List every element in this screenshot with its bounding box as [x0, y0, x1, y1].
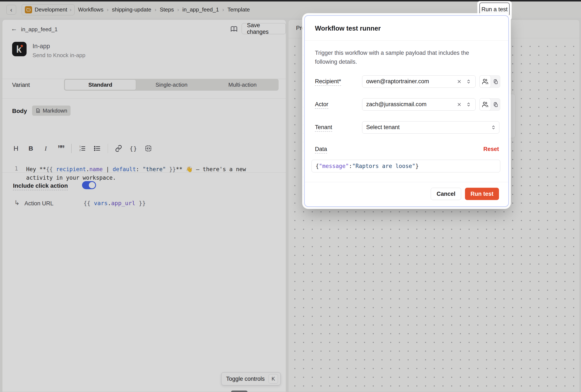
tenant-select[interactable]: Select tenant: [362, 121, 500, 134]
actor-label: Actor: [315, 101, 362, 108]
tenant-row: Tenant Select tenant: [315, 121, 499, 134]
run-a-test-button[interactable]: Run a test: [480, 2, 510, 16]
clear-actor-button[interactable]: [456, 101, 462, 108]
run-test-label: Run test: [470, 191, 494, 197]
actor-user-mode-button[interactable]: [480, 98, 491, 111]
actor-select-stepper[interactable]: [465, 101, 472, 108]
copy-icon: [492, 78, 498, 84]
reset-data-link[interactable]: Reset: [483, 146, 499, 152]
actor-mode-group: [480, 98, 500, 111]
workflow-test-runner-modal: Workflow test runner Trigger this workfl…: [304, 15, 509, 207]
tenant-select-value: Select tenant: [366, 124, 400, 131]
actor-json-mode-button[interactable]: [491, 98, 500, 110]
users-icon: [482, 78, 488, 85]
modal-title: Workflow test runner: [315, 25, 498, 32]
run-test-button[interactable]: Run test: [465, 188, 499, 200]
actor-row: Actor: [315, 98, 499, 111]
chevron-up-down-icon: [466, 102, 471, 107]
tenant-label: Tenant: [315, 124, 362, 131]
data-json-input[interactable]: {"message": "Raptors are loose"}: [312, 160, 500, 172]
recipient-json-mode-button[interactable]: [491, 76, 500, 87]
recipient-user-mode-button[interactable]: [480, 75, 491, 88]
users-icon: [482, 101, 488, 108]
modal-header: Workflow test runner: [305, 16, 508, 40]
modal-body: Trigger this workflow with a sample payl…: [305, 40, 508, 172]
recipient-row: Recipient*: [315, 75, 499, 88]
copy-icon: [492, 101, 498, 107]
chevron-up-down-icon: [491, 125, 496, 130]
modal-description: Trigger this workflow with a sample payl…: [315, 49, 487, 66]
chevron-up-down-icon: [466, 79, 471, 84]
recipient-select-stepper[interactable]: [465, 78, 472, 85]
close-icon: [457, 102, 462, 107]
modal-footer: Cancel Run test: [305, 182, 508, 206]
cancel-label: Cancel: [436, 191, 456, 197]
cancel-button[interactable]: Cancel: [431, 188, 461, 200]
clear-recipient-button[interactable]: [456, 78, 462, 85]
data-label: Data: [315, 146, 362, 152]
data-row-header: Data Reset: [315, 146, 499, 152]
recipient-mode-group: [480, 75, 500, 88]
close-icon: [457, 79, 462, 84]
recipient-label: Recipient*: [315, 78, 362, 85]
run-a-test-label: Run a test: [481, 6, 508, 13]
